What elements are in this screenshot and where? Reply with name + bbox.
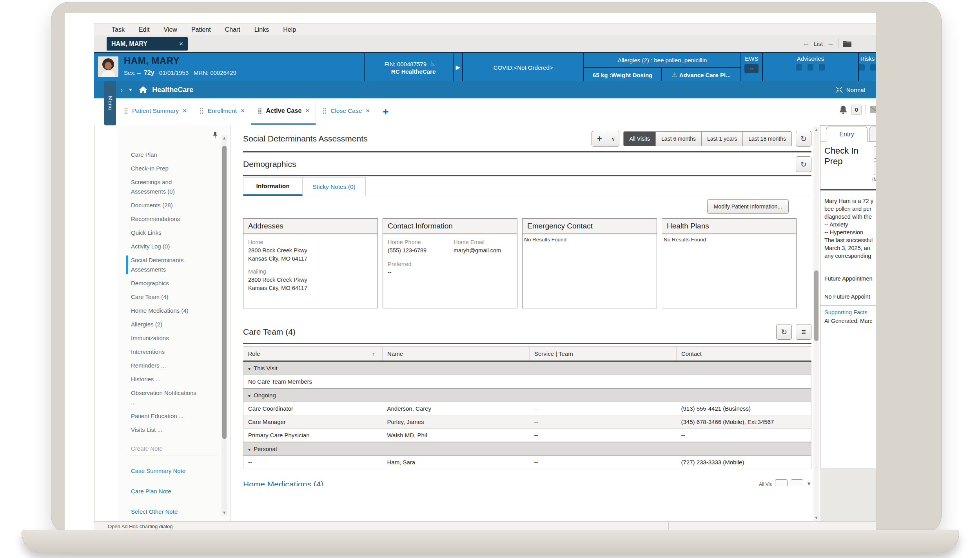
list-forward-icon[interactable]: → xyxy=(827,39,834,48)
care-team-menu-button[interactable]: ≡ xyxy=(796,324,811,340)
sidebar-item-social-determinants[interactable]: Social Determinants Assessments xyxy=(126,255,199,274)
scrollbar-thumb[interactable] xyxy=(814,270,818,341)
notification-count-badge[interactable]: 0 xyxy=(851,105,862,115)
menu-edit[interactable]: Edit xyxy=(139,26,150,33)
add-dropdown-icon[interactable]: ∨ xyxy=(607,131,619,147)
group-row-personal[interactable]: ▾Personal xyxy=(243,442,811,456)
envelope-icon[interactable] xyxy=(870,106,876,114)
sidebar-item-reminders[interactable]: Reminders ... xyxy=(126,361,199,370)
sidebar-item-care-plan[interactable]: Care Plan xyxy=(126,150,199,159)
patient-identity-cell[interactable]: HAM, MARY Sex: – 72y 01/01/1953 MRN: 000… xyxy=(94,53,365,82)
covid-status-cell[interactable]: COVID:<Not Ordered> xyxy=(463,53,584,82)
sidebar-item-histories[interactable]: Histories ... xyxy=(126,375,199,384)
pin-icon[interactable] xyxy=(212,132,218,139)
column-name[interactable]: Name xyxy=(383,347,530,361)
modify-patient-information-button[interactable]: Modify Patient Information... xyxy=(707,199,789,214)
sidebar-item-quick-links[interactable]: Quick Links xyxy=(126,228,199,237)
patient-tab[interactable]: HAM, MARY × xyxy=(107,37,188,51)
close-icon[interactable]: × xyxy=(241,107,245,115)
tab-sticky-notes[interactable]: Sticky Notes (0) xyxy=(303,177,366,196)
demographics-refresh-button[interactable]: ↻ xyxy=(796,156,811,172)
menu-help[interactable]: Help xyxy=(283,26,296,33)
banner-expand-button[interactable]: ▶ xyxy=(454,53,463,82)
column-role[interactable]: Role↑ xyxy=(243,347,383,361)
tab-information[interactable]: Information xyxy=(243,177,303,196)
tab-close-case[interactable]: ⣿ Close Case × xyxy=(316,98,376,125)
column-service-team[interactable]: Service | Team xyxy=(530,347,677,361)
table-row[interactable]: Care Manager Purley, James -- (345) 678-… xyxy=(243,415,811,429)
weight-dosing[interactable]: 65 kg :Weight Dosing xyxy=(584,68,662,82)
scroll-up-icon[interactable]: ▲ xyxy=(813,127,819,132)
provider-link[interactable]: Walsh MD, Phil xyxy=(383,429,530,442)
filter-last-6-months[interactable]: Last 6 months xyxy=(656,131,702,146)
mini-button[interactable] xyxy=(775,479,788,486)
menu-task[interactable]: Task xyxy=(112,26,125,33)
group-row-this-visit[interactable]: ▾This Visit xyxy=(243,361,811,375)
scroll-down-icon[interactable]: ▼ xyxy=(813,515,819,520)
clipped-button[interactable] xyxy=(874,146,876,159)
tab-enrollment[interactable]: ⣿ Enrollment × xyxy=(193,98,251,125)
sidebar-item-interventions[interactable]: Interventions xyxy=(126,347,199,357)
column-contact[interactable]: Contact xyxy=(677,347,811,361)
sidebar-item-check-in-prep[interactable]: Check-In Prep xyxy=(126,164,199,173)
home-medications-title[interactable]: Home Medications (4) xyxy=(243,479,323,486)
close-icon[interactable]: × xyxy=(305,107,309,115)
main-scrollbar[interactable]: ▲ ▼ xyxy=(813,127,819,521)
forward-button[interactable]: › xyxy=(120,85,123,94)
ews-cell[interactable]: EWS -- xyxy=(741,53,763,82)
care-plan-note-link[interactable]: Care Plan Note xyxy=(126,487,199,496)
close-icon[interactable]: × xyxy=(183,107,187,115)
group-row-ongoing[interactable]: ▾Ongoing xyxy=(243,388,811,402)
folder-icon[interactable] xyxy=(842,40,852,47)
sidebar-item-patient-education[interactable]: Patient Education ... xyxy=(126,411,199,421)
tab-active-case[interactable]: ⣿ Active Case × xyxy=(251,98,316,125)
sidebar-scrollbar[interactable]: ▲ ▼ xyxy=(221,135,227,516)
tab-clipped[interactable]: C xyxy=(869,127,876,142)
sidebar-item-activity-log[interactable]: Activity Log (0) xyxy=(126,242,199,251)
supporting-facts-link[interactable]: Supporting Facts xyxy=(824,309,867,315)
menu-links[interactable]: Links xyxy=(254,26,269,33)
filter-last-18-months[interactable]: Last 18 months xyxy=(743,131,792,146)
close-icon[interactable]: × xyxy=(179,40,183,48)
table-row[interactable]: Primary Care Physician Walsh MD, Phil --… xyxy=(243,429,811,442)
scrollbar-thumb[interactable] xyxy=(222,146,227,439)
close-icon[interactable]: × xyxy=(366,107,370,115)
allergies-summary[interactable]: Allergies (2) : bee pollen, penicillin xyxy=(584,53,740,68)
clipped-button[interactable] xyxy=(874,161,876,175)
menu-view[interactable]: View xyxy=(163,26,177,33)
bell-icon[interactable] xyxy=(839,105,848,114)
dropdown-icon[interactable]: ▼ xyxy=(806,481,811,486)
home-icon[interactable] xyxy=(139,86,147,94)
menu-chart[interactable]: Chart xyxy=(225,26,240,33)
history-dropdown-icon[interactable]: ▼ xyxy=(128,87,132,92)
care-team-refresh-button[interactable]: ↻ xyxy=(776,324,792,340)
list-back-icon[interactable]: ← xyxy=(802,39,810,48)
table-row[interactable]: -- Ham, Sara -- (727) 233-3333 (Mobile) xyxy=(243,456,811,469)
menu-vertical-tab[interactable]: Menu xyxy=(104,81,116,125)
mini-button[interactable] xyxy=(791,479,803,486)
sidebar-item-recommendations[interactable]: Recommendations xyxy=(126,214,199,224)
advance-care-plan[interactable]: ⚠ Advance Care Pl... xyxy=(662,68,740,82)
filter-last-1-years[interactable]: Last 1 years xyxy=(702,131,743,146)
sidebar-item-demographics[interactable]: Demographics xyxy=(126,279,199,288)
refresh-button[interactable]: ↻ xyxy=(796,131,811,147)
add-assessment-button[interactable]: + xyxy=(592,131,607,147)
select-other-note-link[interactable]: Select Other Note xyxy=(126,507,199,516)
view-mode[interactable]: ↘↙↗↖ Normal xyxy=(835,81,865,98)
menu-patient[interactable]: Patient xyxy=(191,26,211,33)
sidebar-item-screenings[interactable]: Screenings and Assessments (0) xyxy=(126,178,199,196)
scroll-down-icon[interactable]: ▼ xyxy=(221,510,227,515)
fin-cell[interactable]: FIN: 000487579♿ RC HealtheCare xyxy=(365,53,454,82)
sidebar-item-documents[interactable]: Documents (28) xyxy=(126,201,199,210)
sidebar-item-immunizations[interactable]: Immunizations xyxy=(126,333,199,343)
tab-patient-summary[interactable]: ⣿ Patient Summary × xyxy=(118,98,193,125)
add-tab-button[interactable]: + xyxy=(383,106,388,118)
case-summary-note-link[interactable]: Case Summary Note xyxy=(126,466,199,476)
sidebar-item-allergies[interactable]: Allergies (2) xyxy=(126,320,199,329)
risks-cell[interactable]: Risks xyxy=(859,53,876,82)
filter-all-visits[interactable]: All Visits xyxy=(623,131,656,146)
sidebar-item-visits-list[interactable]: Visits List ... xyxy=(126,425,199,435)
tab-entry[interactable]: Entry xyxy=(826,127,867,142)
advisories-cell[interactable]: Advisories xyxy=(763,53,859,82)
sidebar-item-home-medications[interactable]: Home Medications (4) xyxy=(126,306,199,315)
